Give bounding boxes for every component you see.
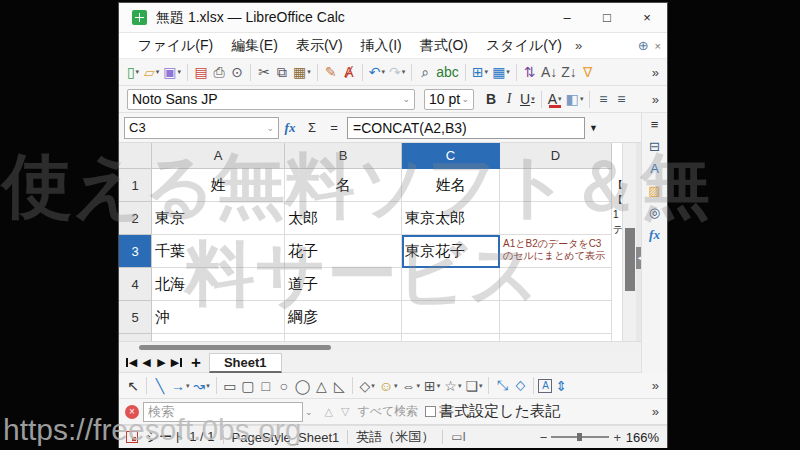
column-header-b[interactable]: B [285, 143, 402, 169]
sum-icon[interactable]: Σ [301, 120, 323, 135]
close-document-icon[interactable]: × [655, 40, 661, 52]
cell-c2[interactable]: 東京太郎 [402, 202, 500, 235]
maximize-button[interactable]: □ [587, 3, 627, 32]
row-header-1[interactable]: 1 [119, 169, 152, 202]
triangle-icon[interactable]: △ [312, 375, 330, 397]
menu-styles[interactable]: スタイル(Y) [477, 35, 571, 57]
cell-b2[interactable]: 太郎 [285, 202, 402, 235]
cell-a6[interactable] [152, 334, 285, 341]
find-next-icon[interactable]: ▽ [341, 405, 349, 418]
underline-icon[interactable]: U▾ [518, 88, 537, 110]
search-input[interactable] [143, 402, 303, 422]
open-icon[interactable]: ▱▾ [142, 61, 161, 83]
textbox-icon[interactable]: A [538, 379, 552, 393]
autofilter-icon[interactable]: ∇ [579, 61, 597, 83]
dropdown-arrow-icon[interactable]: ▾ [485, 68, 489, 76]
align-left-icon[interactable]: ≡ [594, 88, 612, 110]
right-triangle-icon[interactable]: ◺ [330, 375, 348, 397]
dropdown-arrow-icon[interactable]: ▾ [458, 382, 462, 390]
zoom-slider[interactable] [551, 436, 609, 438]
menu-overflow-chevron[interactable]: » [575, 38, 582, 53]
sort-ascending-icon[interactable]: A↓ [539, 61, 559, 83]
row-header-2[interactable]: 2 [119, 202, 152, 235]
cell-d1[interactable] [500, 169, 612, 202]
sheet-position[interactable]: シート 1 / 1 [138, 428, 223, 446]
menu-view[interactable]: 表示(V) [287, 35, 352, 57]
spreadsheet-grid[interactable]: A B C D 1 姓 名 姓名 2 東京 太郎 東京太郎 3 千葉 [119, 143, 643, 341]
cell-c4[interactable] [402, 268, 500, 301]
close-button[interactable]: × [627, 3, 667, 32]
cell-b5[interactable]: 綱彦 [285, 301, 402, 334]
line-icon[interactable]: ╲ [151, 375, 169, 397]
globe-icon[interactable]: ⊕ [638, 38, 649, 53]
sidebar-functions-icon[interactable]: fx [649, 227, 660, 243]
cell-b1[interactable]: 名 [285, 169, 402, 202]
square-icon[interactable]: □ [257, 375, 275, 397]
name-box[interactable]: C3 ⌄ [124, 117, 279, 139]
dropdown-arrow-icon[interactable]: ▾ [402, 68, 406, 76]
menu-edit[interactable]: 編集(E) [222, 35, 287, 57]
sort-descending-icon[interactable]: Z↓ [559, 61, 579, 83]
dropdown-arrow-icon[interactable]: ▾ [437, 382, 441, 390]
cell-d6[interactable] [500, 334, 612, 341]
new-document-icon[interactable]: ▯▾ [124, 61, 142, 83]
cell-c5[interactable] [402, 301, 500, 334]
column-header-d[interactable]: D [500, 143, 612, 169]
insert-row-icon[interactable]: ⊞▾ [470, 61, 490, 83]
curve-icon[interactable]: ↝▾ [192, 375, 212, 397]
sheet-tab-sheet1[interactable]: Sheet1 [209, 353, 282, 373]
column-header-c[interactable]: C [402, 143, 500, 169]
dropdown-arrow-icon[interactable]: ▾ [394, 382, 398, 390]
find-all-button[interactable]: すべて検索 [357, 403, 418, 420]
ellipse-icon[interactable]: ○ [275, 375, 293, 397]
export-pdf-icon[interactable]: ▤ [192, 61, 210, 83]
dropdown-arrow-icon[interactable]: ▾ [417, 382, 421, 390]
horizontal-scrollbar[interactable] [119, 341, 643, 353]
drawing-overflow-chevron[interactable]: » [652, 378, 659, 393]
undo-icon[interactable]: ↶▾ [367, 61, 387, 83]
page-style[interactable]: PageStyle_Sheet1 [224, 430, 348, 445]
chevron-down-icon[interactable]: ⌄ [266, 123, 274, 133]
cell-a2[interactable]: 東京 [152, 202, 285, 235]
dropdown-arrow-icon[interactable]: ▾ [307, 68, 311, 76]
cell-b3[interactable]: 花子 [285, 235, 402, 268]
edit-points-icon[interactable]: ⬦ [511, 375, 529, 397]
dropdown-arrow-icon[interactable]: ▾ [558, 95, 562, 103]
circle-icon[interactable]: ◯ [293, 375, 313, 397]
dropdown-arrow-icon[interactable]: ▾ [479, 382, 483, 390]
sidebar-gallery-icon[interactable]: ▨ [648, 183, 660, 198]
select-icon[interactable]: ↖ [124, 375, 142, 397]
sidebar-properties-icon[interactable]: ⊟ [649, 139, 660, 154]
highlight-color-icon[interactable]: ◧▾ [564, 88, 586, 110]
diamond-icon[interactable]: ◇▾ [357, 375, 376, 397]
chevron-down-icon[interactable]: ⌄ [305, 407, 313, 417]
insert-column-icon[interactable]: ▦▾ [490, 61, 512, 83]
font-name-combobox[interactable]: Noto Sans JP ⌄ [127, 89, 415, 110]
sidebar-navigator-icon[interactable]: ◎ [649, 205, 660, 220]
copy-icon[interactable]: ⧉ [273, 61, 291, 83]
chevron-down-icon[interactable]: ⌄ [402, 94, 410, 104]
horizontal-scrollbar-thumb[interactable] [139, 345, 331, 350]
find-overflow-chevron[interactable]: » [652, 404, 659, 419]
close-find-bar-icon[interactable]: × [125, 405, 139, 419]
print-icon[interactable]: ⎙ [210, 61, 228, 83]
toolbar-overflow-chevron[interactable]: » [652, 65, 659, 80]
sidebar-styles-icon[interactable]: A [650, 161, 659, 176]
cell-a3[interactable]: 千葉 [152, 235, 285, 268]
transform-icon[interactable]: ⤡ [493, 375, 511, 397]
language-status[interactable]: 英語（米国） [348, 428, 442, 446]
cell-c6[interactable] [402, 334, 500, 341]
paste-icon[interactable]: ▦▾ [291, 61, 313, 83]
rectangle-icon[interactable]: ▭ [221, 375, 239, 397]
cell-a5[interactable]: 沖 [152, 301, 285, 334]
function-wizard-icon[interactable]: fx [279, 120, 301, 136]
minimize-button[interactable]: – [547, 3, 587, 32]
menu-file[interactable]: ファイル(F) [129, 35, 222, 57]
clear-formatting-icon[interactable]: Ⱥ [340, 61, 358, 83]
formula-input[interactable] [347, 117, 585, 139]
print-preview-icon[interactable]: ⊙ [228, 61, 246, 83]
cell-d2[interactable] [500, 202, 612, 235]
rounded-rectangle-icon[interactable]: ▢ [239, 375, 257, 397]
row-header-6[interactable]: 6 [119, 334, 152, 341]
zoom-out-button[interactable]: − [540, 430, 548, 445]
